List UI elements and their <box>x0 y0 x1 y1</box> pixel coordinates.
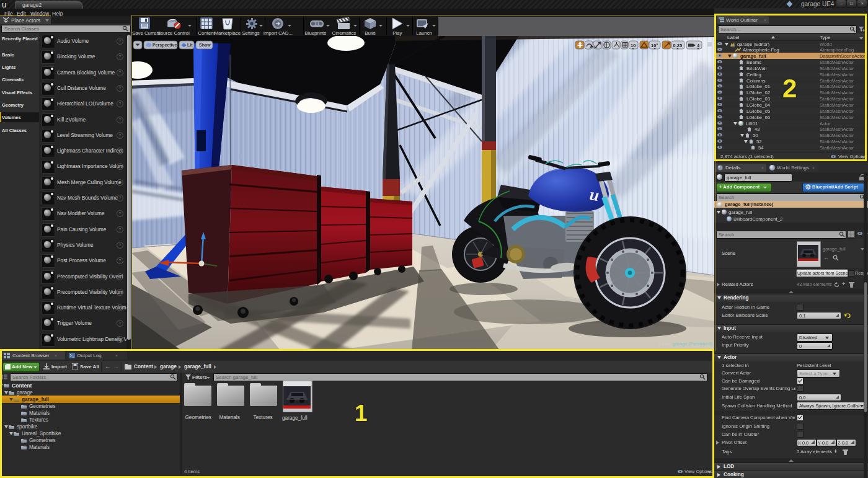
svg-text:Perspective: Perspective <box>153 43 177 48</box>
svg-text:garage (Persistent): garage (Persistent) <box>673 341 712 347</box>
svg-text:10: 10 <box>631 43 636 48</box>
svg-text:0.25: 0.25 <box>673 43 683 48</box>
svg-text:10°: 10° <box>651 43 658 48</box>
svg-text:Lit: Lit <box>187 43 193 47</box>
svg-text:Level:: Level: <box>659 341 671 347</box>
svg-text:Show: Show <box>199 43 211 47</box>
